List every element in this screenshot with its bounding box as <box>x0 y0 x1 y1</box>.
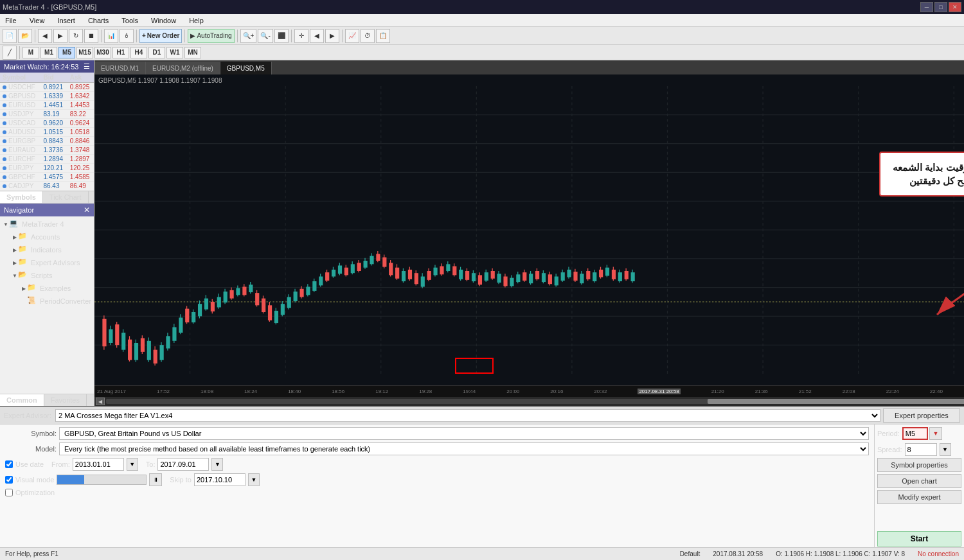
menu-insert[interactable]: Insert <box>55 15 78 26</box>
refresh-btn[interactable]: ↻ <box>69 29 83 43</box>
tab-symbols[interactable]: Symbols <box>0 191 43 203</box>
market-watch-row[interactable]: EURCHF 1.2894 1.2897 <box>0 155 94 164</box>
indicator-btn[interactable]: 📈 <box>345 29 359 43</box>
skip-to-input[interactable] <box>194 473 245 486</box>
period-m5[interactable]: M5 <box>58 47 75 58</box>
nav-item-periodconverter[interactable]: 📜 PeriodConverter <box>0 295 94 308</box>
menu-window[interactable]: Window <box>148 15 179 26</box>
scroll-left-btn[interactable]: ◀ <box>310 29 324 43</box>
periodicity-btn[interactable]: ⏱ <box>361 29 375 43</box>
scroll-track[interactable] <box>106 399 964 404</box>
fit-btn[interactable]: ⬛ <box>274 29 289 43</box>
period-d1[interactable]: D1 <box>148 47 165 58</box>
scroll-left-btn[interactable]: ◀ <box>96 398 105 405</box>
period-m15[interactable]: M15 <box>76 47 93 58</box>
period-h4[interactable]: H4 <box>130 47 147 58</box>
to-date-calendar-btn[interactable]: ▼ <box>211 458 223 471</box>
period-m1[interactable]: M1 <box>40 47 57 58</box>
tab-common[interactable]: Common <box>0 394 44 406</box>
market-watch-row[interactable]: EURJPY 120.21 120.25 <box>0 164 94 173</box>
market-watch-row[interactable]: AUDUSD 1.0515 1.0518 <box>0 128 94 137</box>
chart-canvas[interactable]: GBPUSD,M5 1.1907 1.1908 1.1907 1.1908 <box>94 74 964 385</box>
ask-cell: 120.25 <box>67 164 94 173</box>
timeframe-toolbar: ╱ M M1 M5 M15 M30 H1 H4 D1 W1 MN <box>0 45 964 60</box>
crosshair-btn[interactable]: ✛ <box>294 29 308 43</box>
to-date-input[interactable] <box>157 458 209 471</box>
menu-view[interactable]: View <box>27 15 48 26</box>
chart-tab-eurusd-m2[interactable]: EURUSD,M2 (offline) <box>146 62 220 74</box>
market-watch-row[interactable]: USDCHF 0.8921 0.8925 <box>0 83 94 92</box>
forward-btn[interactable]: ▶ <box>53 29 67 43</box>
open-chart-button[interactable]: Open chart <box>877 474 961 488</box>
spread-input[interactable] <box>905 443 937 456</box>
close-button[interactable]: ✕ <box>949 2 961 12</box>
model-select[interactable]: Every tick (the most precise method base… <box>59 442 869 455</box>
use-date-checkbox[interactable] <box>5 460 13 468</box>
menu-tools[interactable]: Tools <box>119 15 141 26</box>
nav-item-metatrader-4[interactable]: ▼ 💻 MetaTrader 4 <box>0 218 94 231</box>
period-m30[interactable]: M30 <box>94 47 111 58</box>
col-ask: Ask <box>67 73 94 83</box>
period-h1[interactable]: H1 <box>112 47 129 58</box>
market-watch-row[interactable]: USDCAD 0.9620 0.9624 <box>0 119 94 128</box>
spread-dropdown-btn[interactable]: ▼ <box>940 443 951 456</box>
ea-dropdown[interactable]: 2 MA Crosses Mega filter EA V1.ex4 <box>55 409 880 422</box>
nav-item-scripts[interactable]: ▼ 📂 Scripts <box>0 269 94 282</box>
market-watch-row[interactable]: EURUSD 1.4451 1.4453 <box>0 101 94 110</box>
optimization-checkbox[interactable] <box>5 489 13 496</box>
period-m[interactable]: M <box>22 47 39 58</box>
expert-properties-button[interactable]: Expert properties <box>883 408 960 423</box>
nav-item-accounts[interactable]: ▶ 📁 Accounts <box>0 231 94 243</box>
chart-bar-btn[interactable]: 📊 <box>104 29 118 43</box>
period-mn[interactable]: MN <box>184 47 201 58</box>
app-title: MetaTrader 4 - [GBPUSD,M5] <box>3 3 96 11</box>
start-button[interactable]: Start <box>877 531 961 547</box>
from-date-input[interactable] <box>73 458 124 471</box>
market-watch-row[interactable]: USDJPY 83.19 83.22 <box>0 110 94 119</box>
open-btn[interactable]: 📂 <box>18 29 32 43</box>
symbol-select[interactable]: GBPUSD, Great Britain Pound vs US Dollar <box>59 427 869 440</box>
tab-tick-chart[interactable]: Tick Chart <box>43 191 89 203</box>
market-watch-row[interactable]: GBPUSD 1.6339 1.6342 <box>0 92 94 101</box>
stop-btn[interactable]: ⏹ <box>84 29 98 43</box>
chart-candle-btn[interactable]: 🕯 <box>120 29 134 43</box>
market-watch-row[interactable]: EURAUD 1.3736 1.3748 <box>0 146 94 155</box>
nav-item-indicators[interactable]: ▶ 📁 Indicators <box>0 243 94 256</box>
chart-tab-eurusd-m1[interactable]: EURUSD,M1 <box>94 62 146 74</box>
menu-charts[interactable]: Charts <box>85 15 111 26</box>
mw-menu-icon[interactable]: ☰ <box>84 62 90 71</box>
symbol-properties-button[interactable]: Symbol properties <box>877 458 961 472</box>
zoom-out-btn[interactable]: 🔍- <box>258 29 272 43</box>
modify-expert-button[interactable]: Modify expert <box>877 490 961 504</box>
line-tool[interactable]: ╱ <box>3 46 17 60</box>
visual-mode-checkbox[interactable] <box>5 476 13 484</box>
minimize-button[interactable]: ─ <box>920 2 933 12</box>
tab-favorites[interactable]: Favorites <box>44 394 87 406</box>
from-date-calendar-btn[interactable]: ▼ <box>127 458 138 471</box>
menu-help[interactable]: Help <box>186 15 206 26</box>
back-btn[interactable]: ◀ <box>38 29 52 43</box>
menu-file[interactable]: File <box>3 15 19 26</box>
visual-speed-bar[interactable] <box>57 475 147 485</box>
period-w1[interactable]: W1 <box>166 47 183 58</box>
period-dropdown-btn[interactable]: ▼ <box>929 427 942 440</box>
auto-trading-button[interactable]: ▶ AutoTrading <box>188 29 234 43</box>
chart-tab-gbpusd-m5[interactable]: GBPUSD,M5 <box>220 62 272 74</box>
navigator-header: Navigator ✕ <box>0 204 94 216</box>
maximize-button[interactable]: □ <box>934 2 947 12</box>
market-watch-row[interactable]: GBPCHF 1.4575 1.4585 <box>0 173 94 182</box>
expand-icon: ▶ <box>12 233 18 241</box>
market-watch-row[interactable]: CADJPY 86.43 86.49 <box>0 182 94 191</box>
pause-btn[interactable]: ⏸ <box>149 473 162 486</box>
market-watch-row[interactable]: EURGBP 0.8843 0.8846 <box>0 137 94 146</box>
new-btn[interactable]: 📄 <box>3 29 17 43</box>
navigator-close-button[interactable]: ✕ <box>84 206 90 214</box>
skip-date-calendar-btn[interactable]: ▼ <box>248 473 260 486</box>
zoom-in-btn[interactable]: 🔍+ <box>240 29 257 43</box>
new-order-button[interactable]: + New Order <box>139 29 182 43</box>
scroll-right-btn[interactable]: ▶ <box>325 29 339 43</box>
period-input[interactable] <box>902 427 928 440</box>
nav-item-examples[interactable]: ▶ 📁 Examples <box>0 282 94 295</box>
template-btn[interactable]: 📋 <box>376 29 390 43</box>
nav-item-expert-advisors[interactable]: ▶ 📁 Expert Advisors <box>0 256 94 269</box>
